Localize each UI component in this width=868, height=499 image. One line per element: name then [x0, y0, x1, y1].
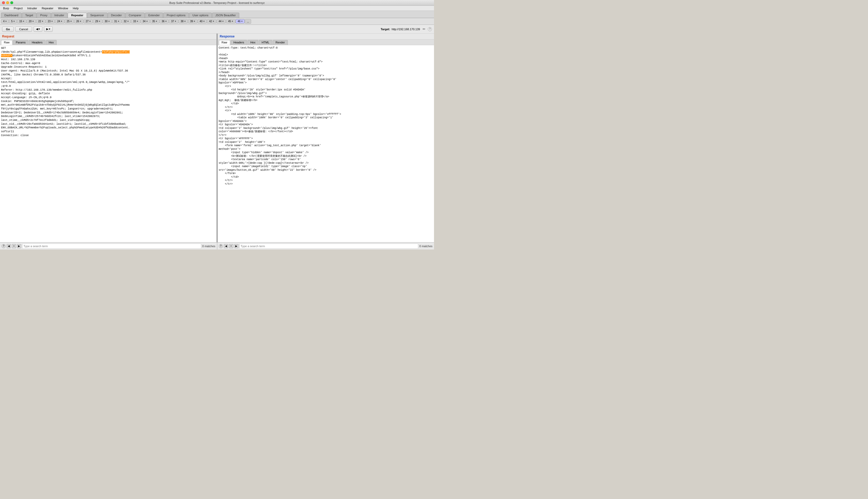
- menu-intruder[interactable]: Intruder: [25, 7, 39, 10]
- forward-dropdown-icon: ▾: [49, 27, 50, 31]
- repeater-tab-26[interactable]: 26 ×: [74, 19, 83, 24]
- tab-json-beautifier[interactable]: JSON Beautifier: [212, 13, 239, 18]
- request-tab-hex[interactable]: Hex: [46, 40, 57, 45]
- response-tab-render[interactable]: Render: [273, 40, 288, 45]
- response-add-btn[interactable]: +: [229, 244, 233, 248]
- repeater-tab-44[interactable]: 44 ×: [217, 19, 226, 24]
- back-icon: ◀: [36, 27, 38, 31]
- tab-project-options[interactable]: Project options: [163, 13, 189, 18]
- response-panel: Response Raw Headers Hex HTML Render Con…: [218, 34, 434, 242]
- response-panel-header: Response: [218, 34, 434, 39]
- repeater-tab-40[interactable]: 40 ×: [198, 19, 207, 24]
- tab-user-options[interactable]: User options: [189, 13, 212, 18]
- request-tab-params[interactable]: Params: [13, 40, 28, 45]
- repeater-tab-35[interactable]: 35 ×: [150, 19, 159, 24]
- repeater-tab-5[interactable]: 5 ×: [9, 19, 17, 24]
- repeater-tab-29[interactable]: 29 ×: [93, 19, 102, 24]
- repeater-tab-27[interactable]: 27 ×: [84, 19, 93, 24]
- request-add-btn[interactable]: +: [12, 244, 16, 248]
- request-panel: Request Raw Params Headers Hex GET /dede…: [0, 34, 217, 242]
- window-title: Burp Suite Professional v2.0beta - Tempo…: [169, 1, 265, 4]
- repeater-tab-38[interactable]: 38 ×: [179, 19, 188, 24]
- response-search-input[interactable]: [240, 244, 418, 249]
- back-button[interactable]: ◀ ▾: [34, 26, 42, 32]
- request-help-btn[interactable]: ?: [2, 244, 6, 248]
- repeater-tab-22[interactable]: 22 ×: [36, 19, 46, 24]
- back-dropdown-icon: ▾: [38, 27, 40, 31]
- response-body[interactable]: Content-Type: text/html; charset=utf-8 <…: [218, 45, 434, 242]
- repeater-tab-33[interactable]: 33 ×: [131, 19, 140, 24]
- repeater-tab-31[interactable]: 31 ×: [112, 19, 121, 24]
- go-button[interactable]: Go: [2, 27, 14, 32]
- tab-dashboard[interactable]: Dashboard: [1, 13, 22, 18]
- repeater-tab-25[interactable]: 25 ×: [64, 19, 74, 24]
- request-panel-header: Request: [0, 34, 217, 39]
- target-info: Target: http://192.168.170.139 ✏ ?: [380, 27, 432, 32]
- minimize-button[interactable]: [6, 1, 9, 4]
- menu-repeater[interactable]: Repeater: [39, 7, 55, 10]
- repeater-tab-34[interactable]: 34 ×: [140, 19, 150, 24]
- menu-project[interactable]: Project: [12, 7, 25, 10]
- tab-target[interactable]: Target: [22, 13, 37, 18]
- request-search-bar: ? ◀ + ▶ 0 matches: [0, 243, 217, 250]
- repeater-tab-15[interactable]: 15 ×: [17, 19, 26, 24]
- menubar: Burp Project Intruder Repeater Window He…: [0, 6, 434, 11]
- request-tab-raw[interactable]: Raw: [1, 40, 12, 45]
- repeater-tab-42[interactable]: 42 ×: [207, 19, 216, 24]
- repeater-tab-4[interactable]: 4 ×: [1, 19, 9, 24]
- repeater-tab-bar: 4 × 5 × 15 × 20 × 22 × 23 × 24 × 25 × 26…: [0, 18, 434, 25]
- edit-target-icon[interactable]: ✏: [421, 27, 426, 32]
- tab-repeater[interactable]: Repeater: [68, 13, 87, 18]
- cancel-button[interactable]: Cancel: [15, 27, 32, 32]
- main-tab-bar: Dashboard Target Proxy Intruder Repeater…: [0, 11, 434, 18]
- request-tab-bar: Raw Params Headers Hex: [0, 39, 217, 45]
- menu-help[interactable]: Help: [71, 7, 81, 10]
- response-matches: 0 matches: [419, 245, 432, 248]
- repeater-tab-46[interactable]: 46 ×: [236, 19, 245, 24]
- tab-sequencer[interactable]: Sequencer: [87, 13, 108, 18]
- tab-comparer[interactable]: Comparer: [125, 13, 145, 18]
- response-tab-headers[interactable]: Headers: [231, 40, 247, 45]
- repeater-tab-37[interactable]: 37 ×: [169, 19, 178, 24]
- request-matches: 0 matches: [202, 245, 216, 248]
- repeater-tab-32[interactable]: 32 ×: [122, 19, 131, 24]
- target-label: Target:: [380, 28, 390, 31]
- repeater-tab-30[interactable]: 30 ×: [102, 19, 112, 24]
- tab-intruder[interactable]: Intruder: [51, 13, 68, 18]
- tab-proxy[interactable]: Proxy: [37, 13, 51, 18]
- menu-burp[interactable]: Burp: [1, 7, 11, 10]
- response-tab-hex[interactable]: Hex: [247, 40, 258, 45]
- help-icon[interactable]: ?: [428, 27, 432, 31]
- tab-decoder[interactable]: Decoder: [108, 13, 125, 18]
- request-next-btn[interactable]: ▶: [17, 244, 21, 248]
- request-body[interactable]: GET /dede/tpl.php?filename=cqq.lib.php&a…: [0, 45, 217, 242]
- response-tab-bar: Raw Headers Hex HTML Render: [218, 39, 434, 45]
- target-url: http://192.168.170.139: [392, 28, 420, 31]
- request-tab-headers[interactable]: Headers: [29, 40, 46, 45]
- response-prev-btn[interactable]: ◀: [224, 244, 228, 248]
- forward-icon: ▶: [46, 27, 48, 31]
- repeater-tab-45[interactable]: 45 ×: [226, 19, 235, 24]
- repeater-tab-36[interactable]: 36 ×: [160, 19, 169, 24]
- response-help-btn[interactable]: ?: [219, 244, 223, 248]
- response-search-bar: ? ◀ + ▶ 0 matches: [217, 243, 434, 250]
- traffic-lights: [2, 1, 13, 4]
- maximize-button[interactable]: [10, 1, 13, 4]
- tab-extender[interactable]: Extender: [145, 13, 163, 18]
- repeater-tab-23[interactable]: 23 ×: [46, 19, 55, 24]
- request-prev-btn[interactable]: ◀: [7, 244, 11, 248]
- repeater-tab-20[interactable]: 20 ×: [27, 19, 36, 24]
- forward-button[interactable]: ▶ ▾: [44, 26, 53, 32]
- response-tab-html[interactable]: HTML: [259, 40, 272, 45]
- response-next-btn[interactable]: ▶: [234, 244, 239, 248]
- main-content: Request Raw Params Headers Hex GET /dede…: [0, 34, 434, 242]
- request-search-input[interactable]: [22, 244, 201, 249]
- close-button[interactable]: [2, 1, 5, 4]
- response-tab-raw[interactable]: Raw: [219, 40, 230, 45]
- toolbar: Go Cancel ◀ ▾ ▶ ▾ Target: http://192.168…: [0, 25, 434, 34]
- repeater-tab-more[interactable]: ...: [245, 19, 251, 24]
- titlebar: Burp Suite Professional v2.0beta - Tempo…: [0, 0, 434, 6]
- repeater-tab-39[interactable]: 39 ×: [188, 19, 197, 24]
- menu-window[interactable]: Window: [56, 7, 70, 10]
- repeater-tab-24[interactable]: 24 ×: [55, 19, 64, 24]
